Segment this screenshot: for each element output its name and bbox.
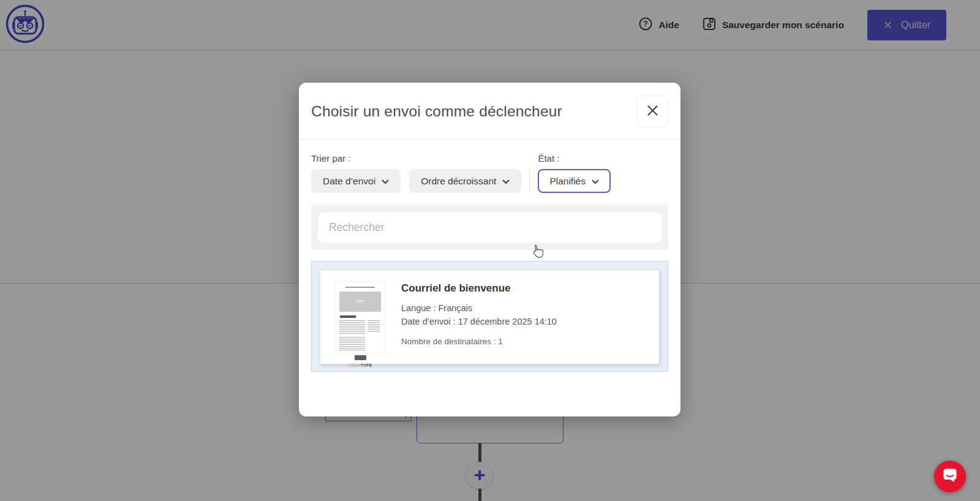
state-label: État :	[538, 153, 611, 164]
modal-header: Choisir un envoi comme déclencheur	[299, 83, 680, 140]
state-filter-group: État : Planifiés	[538, 153, 611, 193]
sort-order-dropdown[interactable]: Ordre décroissant	[409, 169, 521, 193]
chat-bubble-icon	[941, 467, 959, 486]
email-thumbnail: LOGOTYPE	[335, 281, 385, 354]
sort-field-value: Date d’envoi	[323, 176, 375, 187]
sort-filter-group: Trier par : Date d’envoi Ordre décroissa…	[311, 153, 521, 193]
sort-order-value: Ordre décroissant	[421, 176, 496, 187]
email-title: Courriel de bienvenue	[401, 282, 557, 295]
mailing-list: LOGOTYPE Courriel de bienvenue Langue : …	[311, 261, 668, 372]
email-thumb-logotype: LOGOTYPE	[339, 363, 381, 367]
close-icon	[647, 105, 658, 118]
email-thumb-image-placeholder	[339, 292, 381, 312]
chat-launcher-button[interactable]	[934, 461, 966, 492]
state-dropdown[interactable]: Planifiés	[538, 169, 611, 193]
cursor-icon	[530, 244, 544, 261]
email-send-date: Date d’envoi : 17 décembre 2025 14:10	[401, 315, 557, 328]
sort-field-dropdown[interactable]: Date d’envoi	[311, 169, 401, 193]
chevron-down-icon	[502, 176, 510, 187]
modal-close-button[interactable]	[636, 96, 668, 127]
filter-divider	[529, 169, 530, 193]
modal-title: Choisir un envoi comme déclencheur	[311, 83, 562, 140]
chevron-down-icon	[592, 176, 599, 187]
search-section	[311, 205, 668, 250]
chevron-down-icon	[382, 176, 389, 187]
sort-label: Trier par :	[311, 153, 521, 164]
search-input[interactable]	[318, 213, 662, 243]
email-language: Langue : Français	[401, 301, 557, 315]
choose-mailing-modal: Choisir un envoi comme déclencheur Trier…	[299, 83, 680, 416]
email-thumb-button	[355, 355, 366, 360]
email-recipient-count: Nombre de destinataires : 1	[401, 337, 557, 346]
mailing-list-item[interactable]: LOGOTYPE Courriel de bienvenue Langue : …	[320, 269, 660, 364]
state-value: Planifiés	[549, 176, 586, 187]
